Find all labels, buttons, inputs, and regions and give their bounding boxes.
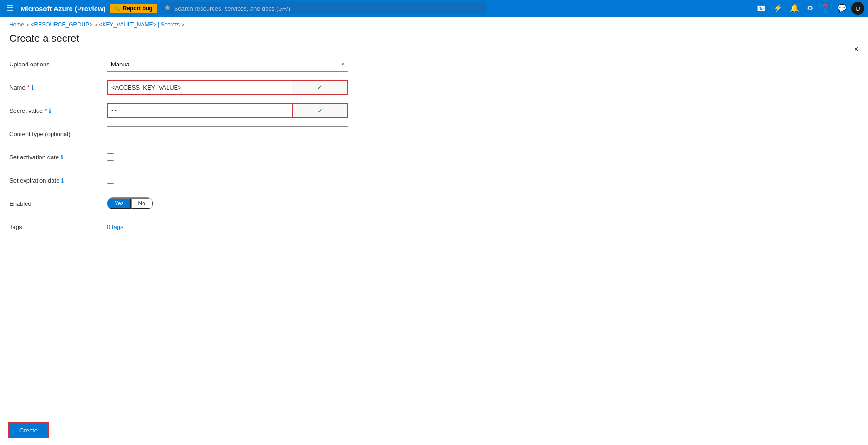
notification-icon-button[interactable]: 🔔 [787,3,802,14]
menu-icon[interactable]: ☰ [4,2,17,14]
topbar: ☰ Microsoft Azure (Preview) 🐛 Report bug… [0,0,868,17]
avatar[interactable]: U [851,2,864,15]
expiration-info-icon[interactable]: ℹ [61,177,64,184]
name-row: Name * ℹ ✓ [9,80,859,95]
activation-date-checkbox[interactable] [107,153,114,161]
tags-row: Tags 0 tags [9,219,859,234]
expiration-date-row: Set expiration date ℹ [9,173,859,188]
upload-options-control: Manual ▾ [107,57,353,72]
content-type-control [107,126,353,141]
name-control: ✓ [107,80,353,95]
help-icon-button[interactable]: ❓ [818,3,833,14]
form-area: Upload options Manual ▾ Name * ℹ [0,52,868,252]
main-content: Home > <RESOURCE_GROUP> > <KEY_VAULT_NAM… [0,17,868,445]
breadcrumb: Home > <RESOURCE_GROUP> > <KEY_VAULT_NAM… [0,17,868,31]
upload-options-select[interactable]: Manual [107,57,348,72]
name-input[interactable] [107,80,292,95]
tags-link[interactable]: 0 tags [107,223,123,230]
name-input-wrapper: ✓ [107,80,348,95]
name-required: * [27,84,30,91]
breadcrumb-sep-1: > [26,22,29,27]
enabled-row: Enabled Yes No [9,196,859,211]
secret-input[interactable] [107,103,292,118]
tags-control: 0 tags [107,223,353,230]
expiration-date-control [107,177,353,184]
toggle-no-button[interactable]: No [131,198,153,209]
search-input[interactable] [161,2,486,14]
enabled-label: Enabled [9,200,107,207]
name-check-area: ✓ [292,80,348,95]
enabled-toggle: Yes No [107,197,153,209]
brand-title: Microsoft Azure (Preview) [20,5,106,13]
breadcrumb-sep-3: > [181,22,184,27]
report-bug-button[interactable]: 🐛 Report bug [110,4,157,13]
enabled-control: Yes No [107,197,353,209]
secret-check-icon: ✓ [317,107,323,114]
settings-icon-button[interactable]: ⚙ [804,3,816,14]
search-wrapper: 🔍 [161,2,486,14]
name-label: Name * ℹ [9,84,107,91]
expiration-date-checkbox[interactable] [107,177,114,184]
name-info-icon[interactable]: ℹ [32,84,34,91]
page-title-row: Create a secret ··· [0,31,868,52]
breadcrumb-resource-group[interactable]: <RESOURCE_GROUP> [31,21,92,28]
bottom-bar: Create [0,416,868,445]
secret-value-row: Secret value * ℹ ✓ [9,103,859,118]
activation-date-control [107,153,353,161]
expiration-date-label: Set expiration date ℹ [9,177,107,184]
secret-check-area: ✓ [292,103,348,118]
close-button[interactable]: × [854,45,859,54]
content-type-input[interactable] [107,126,348,141]
secret-control: ✓ [107,103,353,118]
name-check-icon: ✓ [317,84,323,91]
bug-icon: 🐛 [114,5,121,12]
secret-info-icon[interactable]: ℹ [49,107,51,114]
secret-required: * [45,107,47,114]
cloudshell-icon-button[interactable]: ⚡ [771,3,785,14]
breadcrumb-home[interactable]: Home [9,21,24,28]
toggle-yes-button[interactable]: Yes [107,198,131,209]
activation-date-label: Set activation date ℹ [9,154,107,161]
upload-options-select-wrapper: Manual ▾ [107,57,348,72]
page-more-options[interactable]: ··· [84,34,91,44]
activation-info-icon[interactable]: ℹ [61,154,63,161]
secret-value-label: Secret value * ℹ [9,107,107,114]
create-button[interactable]: Create [9,423,48,438]
upload-options-label: Upload options [9,61,107,68]
page-title: Create a secret [9,33,79,45]
topbar-icons: 📧 ⚡ 🔔 ⚙ ❓ 💬 U [754,2,864,15]
breadcrumb-sep-2: > [94,22,97,27]
breadcrumb-key-vault[interactable]: <KEY_VAULT_NAME> | Secrets [99,21,180,28]
secret-input-wrapper: ✓ [107,103,348,118]
tags-label: Tags [9,223,107,230]
email-icon-button[interactable]: 📧 [754,3,769,14]
content-type-label: Content type (optional) [9,131,107,137]
activation-date-row: Set activation date ℹ [9,150,859,164]
feedback-icon-button[interactable]: 💬 [835,3,849,14]
content-type-row: Content type (optional) [9,126,859,141]
upload-options-row: Upload options Manual ▾ [9,57,859,72]
